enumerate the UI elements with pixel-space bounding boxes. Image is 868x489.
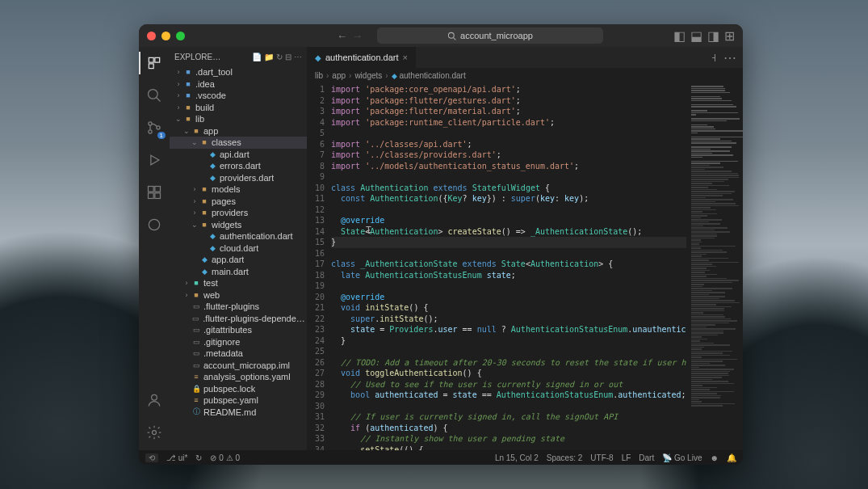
cursor-position[interactable]: Ln 15, Col 2 bbox=[495, 453, 539, 462]
tree-row[interactable]: ⌄■app bbox=[170, 125, 307, 137]
nav-forward-button[interactable]: → bbox=[352, 30, 363, 42]
svg-point-10 bbox=[152, 394, 157, 400]
tree-row[interactable]: ›■.dart_tool bbox=[170, 66, 307, 78]
tree-row[interactable]: ⌄■lib bbox=[170, 113, 307, 125]
line-gutter: 1234567891011121314151617181920212223242… bbox=[307, 82, 331, 450]
tree-row[interactable]: ▭.gitignore bbox=[170, 336, 307, 348]
svg-point-2 bbox=[149, 122, 152, 125]
tree-row[interactable]: 🔒pubspec.lock bbox=[170, 383, 307, 395]
code-content[interactable]: import 'package:core_openapi/api.dart'; … bbox=[331, 82, 686, 450]
split-editor-icon[interactable]: ⫞ bbox=[711, 50, 717, 65]
refresh-icon[interactable]: ↻ bbox=[276, 53, 283, 61]
more-icon[interactable]: ⋯ bbox=[294, 53, 302, 61]
tree-row[interactable]: ⓘREADME.md bbox=[170, 407, 307, 419]
command-center[interactable]: account_microapp bbox=[377, 27, 603, 44]
tree-row[interactable]: ▭.flutter-plugins-dependen… bbox=[170, 313, 307, 325]
run-debug-icon[interactable] bbox=[145, 150, 164, 170]
eol[interactable]: LF bbox=[622, 453, 631, 462]
source-control-icon[interactable]: 1 bbox=[145, 118, 164, 137]
window-controls bbox=[147, 32, 185, 40]
svg-rect-7 bbox=[149, 193, 154, 199]
explorer-sidebar: EXPLORE… 📄 📁 ↻ ⊟ ⋯ ›■.dart_tool›■.idea›■… bbox=[170, 47, 307, 450]
search-view-icon[interactable] bbox=[145, 86, 164, 105]
minimize-window-button[interactable] bbox=[161, 32, 170, 40]
svg-rect-8 bbox=[155, 193, 161, 199]
svg-point-3 bbox=[149, 130, 152, 133]
explorer-header: EXPLORE… 📄 📁 ↻ ⊟ ⋯ bbox=[170, 47, 307, 66]
tree-row[interactable]: ≡pubspec.yaml bbox=[170, 394, 307, 407]
tree-row[interactable]: ◆api.dart bbox=[170, 149, 307, 161]
dart-file-icon: ◆ bbox=[315, 53, 321, 62]
git-branch[interactable]: ⎇ ui* bbox=[166, 453, 187, 462]
editor-tab[interactable]: ◆ authentication.dart × bbox=[307, 47, 417, 68]
tree-row[interactable]: ◆main.dart bbox=[170, 266, 307, 278]
new-folder-icon[interactable]: 📁 bbox=[264, 53, 274, 61]
toggle-panel-right-icon[interactable]: ◨ bbox=[707, 28, 719, 44]
pieces-icon[interactable] bbox=[145, 215, 164, 234]
tree-row[interactable]: ›■test bbox=[170, 277, 307, 289]
tree-row[interactable]: ›■models bbox=[170, 183, 307, 196]
breadcrumb-segment[interactable]: ◆ authentication.dart bbox=[392, 71, 466, 80]
svg-rect-5 bbox=[149, 187, 154, 192]
tree-row[interactable]: ◆authentication.dart bbox=[170, 230, 307, 242]
tree-row[interactable]: ›■build bbox=[170, 102, 307, 114]
main-area: 1 EXPLORE… bbox=[139, 47, 743, 450]
svg-point-0 bbox=[448, 32, 454, 38]
tree-row[interactable]: ▭.metadata bbox=[170, 348, 307, 360]
collapse-icon[interactable]: ⊟ bbox=[285, 53, 291, 61]
settings-gear-icon[interactable] bbox=[145, 423, 164, 442]
tree-row[interactable]: ›■web bbox=[170, 289, 307, 301]
close-window-button[interactable] bbox=[147, 32, 156, 40]
toggle-panel-left-icon[interactable]: ◧ bbox=[673, 28, 686, 44]
indentation[interactable]: Spaces: 2 bbox=[547, 453, 582, 462]
search-icon bbox=[447, 32, 456, 40]
notifications-icon[interactable]: 🔔 bbox=[727, 453, 736, 462]
status-bar: ⟲ ⎇ ui* ↻ ⊘ 0 ⚠ 0 Ln 15, Col 2 Spaces: 2… bbox=[139, 450, 743, 465]
tree-row[interactable]: ›■pages bbox=[170, 196, 307, 208]
accounts-icon[interactable] bbox=[145, 390, 164, 410]
feedback-icon[interactable]: ☻ bbox=[710, 453, 719, 462]
code-editor[interactable]: 1234567891011121314151617181920212223242… bbox=[307, 82, 686, 450]
problems-errors[interactable]: ⊘ 0 ⚠ 0 bbox=[210, 453, 239, 462]
maximize-window-button[interactable] bbox=[176, 32, 185, 40]
extensions-icon[interactable] bbox=[145, 183, 164, 202]
explorer-view-icon[interactable] bbox=[145, 53, 164, 73]
customize-layout-icon[interactable]: ⊞ bbox=[724, 28, 735, 44]
tree-row[interactable]: ⌄■classes bbox=[170, 137, 307, 149]
vscode-window: ← → account_microapp ◧ ⬓ ◨ ⊞ 1 bbox=[139, 24, 743, 465]
language-mode[interactable]: Dart bbox=[639, 453, 654, 462]
tree-row[interactable]: ◆cloud.dart bbox=[170, 242, 307, 255]
tree-row[interactable]: ▭.gitattributes bbox=[170, 324, 307, 336]
new-file-icon[interactable]: 📄 bbox=[252, 53, 262, 61]
remote-indicator[interactable]: ⟲ bbox=[145, 453, 158, 462]
tree-row[interactable]: ◆errors.dart bbox=[170, 160, 307, 172]
minimap[interactable] bbox=[686, 82, 743, 450]
nav-back-button[interactable]: ← bbox=[337, 30, 347, 42]
breadcrumb[interactable]: lib›app›widgets›◆ authentication.dart bbox=[307, 68, 743, 82]
tree-row[interactable]: ›■.idea bbox=[170, 78, 307, 91]
toggle-panel-bottom-icon[interactable]: ⬓ bbox=[690, 28, 702, 44]
tree-row[interactable]: ◆app.dart bbox=[170, 254, 307, 266]
go-live[interactable]: 📡 Go Live bbox=[662, 453, 702, 462]
svg-point-11 bbox=[153, 431, 157, 435]
breadcrumb-segment[interactable]: app bbox=[332, 71, 346, 80]
tree-row[interactable]: ≡analysis_options.yaml bbox=[170, 371, 307, 383]
tree-row[interactable]: ›■providers bbox=[170, 207, 307, 219]
close-tab-icon[interactable]: × bbox=[403, 53, 408, 62]
tab-label: authentication.dart bbox=[325, 53, 399, 62]
svg-point-1 bbox=[149, 90, 158, 99]
breadcrumb-segment[interactable]: widgets bbox=[354, 71, 382, 80]
tree-row[interactable]: ▭.flutter-plugins bbox=[170, 301, 307, 313]
explorer-title: EXPLORE… bbox=[174, 53, 220, 61]
file-tree[interactable]: ›■.dart_tool›■.idea›■.vscode›■build⌄■lib… bbox=[170, 66, 307, 450]
tree-row[interactable]: ▭account_microapp.iml bbox=[170, 360, 307, 372]
editor-more-icon[interactable]: ⋯ bbox=[723, 50, 736, 65]
breadcrumb-segment[interactable]: lib bbox=[315, 71, 323, 80]
tree-row[interactable]: ›■.vscode bbox=[170, 90, 307, 102]
titlebar: ← → account_microapp ◧ ⬓ ◨ ⊞ bbox=[139, 24, 743, 47]
tree-row[interactable]: ◆providers.dart bbox=[170, 172, 307, 184]
tree-row[interactable]: ⌄■widgets bbox=[170, 219, 307, 231]
sync-icon[interactable]: ↻ bbox=[195, 453, 202, 462]
scm-badge: 1 bbox=[157, 132, 166, 139]
encoding[interactable]: UTF-8 bbox=[590, 453, 613, 462]
